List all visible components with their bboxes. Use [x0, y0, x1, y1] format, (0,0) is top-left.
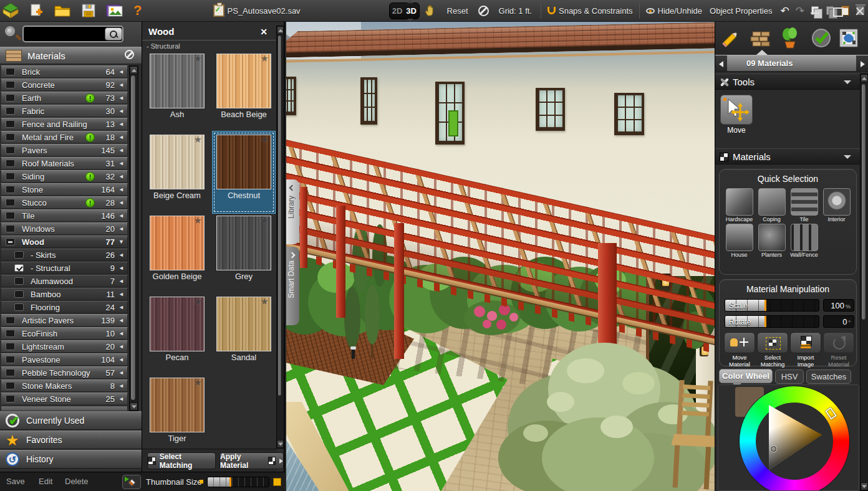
rotate-slider[interactable]: Rotate: [725, 315, 819, 328]
favorite-star-icon[interactable]: ★: [261, 53, 269, 64]
material-category-row[interactable]: Pavers 145 ◄: [1, 144, 128, 156]
search-submit-button[interactable]: [105, 27, 122, 41]
swatch-image[interactable]: ★: [216, 135, 271, 189]
save-button[interactable]: [76, 1, 101, 20]
slider-position-marker[interactable]: [229, 477, 231, 487]
scroll-down-button[interactable]: [861, 482, 868, 490]
category-checkbox[interactable]: [6, 238, 15, 245]
category-checkbox[interactable]: [6, 356, 15, 363]
quick-selection-item[interactable]: Wall/Fence: [789, 224, 819, 258]
sidebar-footer-history[interactable]: ↺History: [0, 450, 142, 469]
category-expand-arrow[interactable]: ◄: [118, 69, 124, 75]
select-matching-button[interactable]: Select Matching: [147, 452, 216, 469]
category-checkbox[interactable]: [6, 133, 15, 141]
material-swatch[interactable]: ★ Ash: [147, 54, 207, 119]
material-category-row[interactable]: Pebble Technology 57 ◄: [1, 366, 128, 379]
snaps-constraints-button[interactable]: Snaps & Constraints: [545, 1, 635, 20]
tab-swatches[interactable]: Swatches: [806, 369, 851, 384]
quick-selection-item[interactable]: Tile: [789, 188, 819, 222]
category-expand-arrow[interactable]: ▼: [118, 239, 124, 245]
3d-viewport[interactable]: Library Smart Data: [286, 22, 715, 491]
material-category-row[interactable]: Windows 20 ◄: [1, 222, 128, 235]
rotate-value-field[interactable]: 0°: [823, 315, 854, 328]
review-stage-icon[interactable]: [810, 27, 832, 49]
quick-selection-item[interactable]: Planters: [757, 224, 787, 258]
material-category-row[interactable]: Fabric 30 ◄: [1, 105, 128, 117]
materials-section-header[interactable]: Materials: [715, 148, 860, 164]
category-expand-arrow[interactable]: ◄: [118, 160, 124, 166]
material-category-row[interactable]: EcoFinish 10 ◄: [1, 327, 128, 340]
smart-data-tab[interactable]: Smart Data: [286, 247, 299, 325]
category-expand-arrow[interactable]: ◄: [118, 252, 124, 258]
scrollbar-thumb[interactable]: [861, 83, 866, 320]
favorite-star-icon[interactable]: ★: [194, 377, 202, 388]
scroll-up-button[interactable]: [277, 26, 284, 34]
quick-selection-item[interactable]: House: [725, 224, 755, 258]
next-stage-button[interactable]: [856, 55, 868, 71]
disable-button[interactable]: [473, 1, 494, 20]
material-category-row[interactable]: Pavestone 104 ◄: [1, 353, 128, 366]
category-checkbox[interactable]: [6, 199, 15, 206]
material-category-row[interactable]: Siding ! 32 ◄: [1, 170, 128, 183]
material-category-row[interactable]: Wood 77 ▼: [1, 236, 128, 248]
material-category-row[interactable]: Stone 164 ◄: [1, 183, 128, 196]
category-expand-arrow[interactable]: ◄: [118, 212, 124, 219]
save-material-button[interactable]: Save: [6, 477, 25, 486]
category-expand-arrow[interactable]: ◄: [118, 291, 124, 297]
material-swatch[interactable]: ★ Sandal: [214, 297, 274, 362]
category-expand-arrow[interactable]: ◄: [118, 186, 124, 193]
category-expand-arrow[interactable]: ◄: [118, 108, 124, 114]
material-category-row[interactable]: Brick 64 ◄: [1, 65, 128, 78]
category-checkbox[interactable]: [14, 290, 24, 298]
materials-header[interactable]: Materials: [0, 47, 142, 64]
material-swatch[interactable]: ★ Golden Beige: [147, 216, 207, 281]
material-category-row[interactable]: Metal and Fire ! 18 ◄: [1, 131, 128, 143]
saturation-triangle[interactable]: [740, 386, 849, 491]
quick-selection-item[interactable]: Hardscape: [725, 188, 755, 222]
quick-selection-thumbnail[interactable]: [758, 224, 786, 251]
saturation-cursor[interactable]: [771, 446, 776, 452]
scroll-up-button[interactable]: [861, 74, 868, 82]
scale-value-field[interactable]: 100%: [823, 299, 854, 312]
swatch-image[interactable]: ★: [216, 216, 271, 270]
material-swatch[interactable]: ★ Chestnut: [214, 135, 274, 200]
category-expand-arrow[interactable]: ◄: [118, 278, 124, 284]
category-expand-arrow[interactable]: ◄: [118, 396, 124, 402]
grid-setting-button[interactable]: Grid: 1 ft.: [494, 1, 537, 20]
minimize-button[interactable]: [811, 7, 819, 15]
material-category-row[interactable]: Fence and Railing 13 ◄: [1, 118, 128, 130]
material-swatch[interactable]: ★ Beige Cream: [147, 135, 207, 200]
hue-ring[interactable]: [740, 386, 849, 491]
quick-selection-item[interactable]: Interior: [822, 188, 852, 222]
help-button[interactable]: ?: [128, 1, 147, 20]
category-expand-arrow[interactable]: ◄: [118, 82, 124, 88]
undo-button[interactable]: ↶: [777, 1, 792, 20]
presentation-stage-icon[interactable]: [837, 27, 860, 49]
category-expand-arrow[interactable]: ◄: [118, 304, 124, 310]
category-expand-arrow[interactable]: ◄: [118, 121, 124, 127]
object-properties-button[interactable]: Object Properties: [705, 1, 777, 20]
quick-selection-thumbnail[interactable]: [726, 188, 753, 216]
material-category-row[interactable]: Artistic Pavers 139 ◄: [1, 314, 128, 327]
scrollbar-thumb[interactable]: [277, 35, 282, 396]
category-checkbox[interactable]: [6, 107, 15, 115]
material-category-row[interactable]: Roof Materials 31 ◄: [1, 157, 128, 169]
category-checkbox[interactable]: [14, 277, 24, 285]
category-expand-arrow[interactable]: ◄: [118, 265, 124, 271]
category-expand-arrow[interactable]: ◄: [118, 134, 124, 140]
quick-selection-thumbnail[interactable]: [791, 188, 818, 216]
scale-slider-marker[interactable]: [764, 300, 766, 311]
reset-button[interactable]: Reset: [442, 1, 473, 20]
category-expand-arrow[interactable]: ◄: [118, 383, 124, 389]
pan-tool-button[interactable]: [420, 1, 442, 20]
material-category-row[interactable]: Flooring 24 ◄: [1, 301, 128, 313]
material-category-row[interactable]: Tile 146 ◄: [1, 209, 128, 222]
favorite-star-icon[interactable]: ★: [194, 134, 202, 145]
close-panel-icon[interactable]: ✕: [259, 27, 268, 36]
category-checkbox[interactable]: [6, 382, 15, 389]
move-tool-button[interactable]: [720, 95, 753, 125]
category-expand-arrow[interactable]: ◄: [118, 147, 124, 153]
open-file-button[interactable]: [49, 1, 76, 20]
material-category-row[interactable]: Stone Makers 8 ◄: [1, 379, 128, 392]
hide-unhide-button[interactable]: Hide/Unhide: [644, 1, 705, 20]
